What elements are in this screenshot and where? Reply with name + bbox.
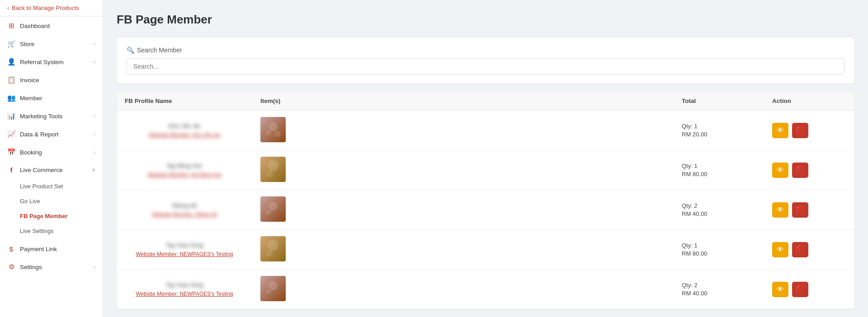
sidebar-sub-item-go-live[interactable]: Go Live: [0, 194, 103, 209]
sidebar-item-dashboard[interactable]: ⊞ Dashboard: [0, 17, 103, 35]
booking-icon: 📅: [7, 148, 15, 156]
chevron-right-icon: ›: [94, 264, 95, 270]
cell-items: [252, 150, 674, 190]
cancel-button[interactable]: 🚫: [792, 163, 808, 178]
svg-point-1: [266, 130, 271, 135]
view-button[interactable]: 👁: [772, 202, 788, 218]
table-row: Wang Ali Website Member: Wang Ali Qty: 2…: [117, 190, 854, 230]
item-thumbnail: [260, 117, 286, 142]
svg-point-5: [269, 202, 278, 211]
member-icon: 👥: [7, 94, 15, 102]
sidebar: ‹ Back to Manage Products ⊞ Dashboard 🛒 …: [0, 0, 103, 317]
view-button[interactable]: 👁: [772, 163, 788, 178]
cancel-button[interactable]: 🚫: [792, 242, 808, 257]
view-button[interactable]: 👁: [772, 282, 788, 297]
svg-point-6: [266, 210, 271, 215]
col-action: Action: [764, 92, 854, 110]
cell-action: 👁 🚫: [764, 236, 854, 264]
search-icon: 🔍: [127, 47, 134, 54]
sidebar-sub-item-fb-page-member[interactable]: FB Page Member: [0, 209, 103, 224]
col-items: Item(s): [252, 92, 674, 110]
cell-total: Qty: 1 RM 20.00: [674, 117, 764, 144]
sidebar-item-invoice[interactable]: 📋 Invoice: [0, 71, 103, 89]
svg-point-0: [269, 122, 278, 131]
sidebar-item-data[interactable]: 📈 Data & Report ›: [0, 125, 103, 143]
cell-total: Qty: 1 RM 80.00: [674, 156, 764, 184]
col-total: Total: [674, 92, 764, 110]
cell-profile-name: Wang Ali Website Member: Wang Ali: [117, 196, 252, 224]
chevron-right-icon: ›: [94, 113, 95, 119]
invoice-icon: 📋: [7, 76, 15, 84]
svg-point-4: [266, 170, 273, 177]
sidebar-item-booking[interactable]: 📅 Booking ›: [0, 143, 103, 161]
chevron-right-icon: ›: [94, 149, 95, 155]
cancel-button[interactable]: 🚫: [792, 123, 808, 138]
cell-profile-name: Tay Han King Website Member: NEWPAGES's …: [117, 275, 252, 303]
chevron-right-icon: ›: [94, 41, 95, 47]
member-name: Ng Ming Hui: [125, 162, 244, 169]
member-link[interactable]: Website Member: NEWPAGES's Testing: [136, 291, 233, 297]
data-icon: 📈: [7, 130, 15, 138]
sidebar-item-live-commerce[interactable]: f Live Commerce ∨: [0, 161, 103, 179]
cell-profile-name: Ng Ming Hui Website Member: Ng Ming Hui: [117, 156, 252, 184]
cell-action: 👁 🚫: [764, 275, 854, 303]
cell-action: 👁 🚫: [764, 156, 854, 184]
marketing-icon: 📊: [7, 112, 15, 120]
cell-items: [252, 111, 674, 150]
search-label: 🔍 Search Member: [127, 47, 844, 54]
member-name: Tay Han King: [125, 281, 244, 289]
table-row: Ng Ming Hui Website Member: Ng Ming Hui …: [117, 150, 854, 190]
member-link[interactable]: Website Member: Ng Ming Hui: [147, 172, 221, 178]
svg-point-2: [274, 131, 281, 137]
main-content: FB Page Member 🔍 Search Member FB Profil…: [103, 0, 868, 317]
chevron-down-icon: ∨: [92, 167, 95, 173]
col-fb-profile-name: FB Profile Name: [117, 92, 252, 110]
item-thumbnail: [260, 276, 286, 301]
cell-items: [252, 270, 674, 309]
sidebar-item-store[interactable]: 🛒 Store ›: [0, 35, 103, 53]
item-thumbnail: [260, 157, 286, 182]
table-header: FB Profile Name Item(s) Total Action: [117, 92, 854, 111]
svg-point-8: [266, 250, 273, 257]
search-card: 🔍 Search Member: [117, 37, 854, 84]
table-row: Khu Shi Jie Website Member: Khu Shi Jie …: [117, 111, 854, 150]
item-thumbnail: [260, 236, 286, 261]
sidebar-item-settings[interactable]: ⚙ Settings ›: [0, 258, 103, 276]
member-link[interactable]: Website Member: Khu Shi Jie: [149, 132, 220, 138]
cancel-button[interactable]: 🚫: [792, 282, 808, 297]
member-name: Khu Shi Jie: [125, 122, 244, 130]
svg-point-7: [268, 240, 278, 251]
member-link[interactable]: Website Member: NEWPAGES's Testing: [136, 251, 233, 257]
back-to-manage-products[interactable]: ‹ Back to Manage Products: [0, 0, 103, 16]
sidebar-item-member[interactable]: 👥 Member: [0, 89, 103, 107]
svg-point-10: [266, 289, 271, 294]
member-name: Wang Ali: [125, 202, 244, 209]
table-row: Tay Han King Website Member: NEWPAGES's …: [117, 230, 854, 270]
cell-items: [252, 230, 674, 269]
sidebar-nav: ⊞ Dashboard 🛒 Store › 👤 Referral System …: [0, 16, 103, 276]
sidebar-item-referral[interactable]: 👤 Referral System ›: [0, 53, 103, 71]
referral-icon: 👤: [7, 58, 15, 66]
sidebar-sub-item-live-settings[interactable]: Live Settings: [0, 224, 103, 238]
view-button[interactable]: 👁: [772, 123, 788, 138]
sidebar-item-payment-link[interactable]: $ Payment Link: [0, 240, 103, 258]
table-row: Tay Han King Website Member: NEWPAGES's …: [117, 270, 854, 309]
cell-total: Qty: 1 RM 80.00: [674, 236, 764, 263]
chevron-right-icon: ›: [94, 131, 95, 137]
view-button[interactable]: 👁: [772, 242, 788, 257]
cell-profile-name: Khu Shi Jie Website Member: Khu Shi Jie: [117, 116, 252, 145]
cell-items: [252, 190, 674, 229]
cancel-button[interactable]: 🚫: [792, 202, 808, 218]
item-thumbnail: [260, 196, 286, 222]
sidebar-item-marketing[interactable]: 📊 Marketing Tools ›: [0, 107, 103, 125]
dashboard-icon: ⊞: [7, 22, 15, 30]
member-link[interactable]: Website Member: Wang Ali: [152, 211, 217, 218]
cell-profile-name: Tay Han King Website Member: NEWPAGES's …: [117, 235, 252, 264]
facebook-icon: f: [7, 166, 15, 174]
svg-point-9: [269, 281, 278, 290]
svg-point-3: [268, 160, 278, 171]
chevron-right-icon: ›: [94, 59, 95, 65]
search-input[interactable]: [127, 58, 844, 75]
sidebar-sub-item-live-product-set[interactable]: Live Product Set: [0, 179, 103, 194]
settings-icon: ⚙: [7, 263, 15, 271]
